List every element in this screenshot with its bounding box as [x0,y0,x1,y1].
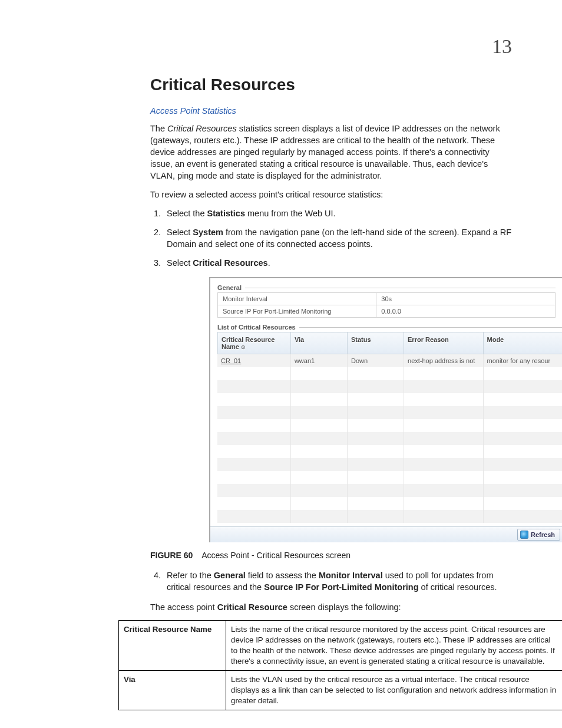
kv-key: Monitor Interval [218,293,376,305]
list-legend: List of Critical Resources [217,324,296,331]
grid-header: Critical ResourceName ⊙ViaStatusError Re… [217,332,562,354]
page-number: 13 [50,35,512,58]
critical-resources-screen: General Monitor Interval30sSource IP For… [209,277,562,542]
step-item: Select the Statistics menu from the Web … [163,207,512,219]
column-header[interactable]: Critical ResourceName ⊙ [217,332,291,354]
lead-in: To review a selected access point's crit… [150,189,512,200]
refresh-label: Refresh [531,531,555,538]
step-4: Refer to the General field to assess the… [163,569,512,593]
field-row: Critical Resource NameLists the name of … [119,621,563,671]
cr-name-cell[interactable]: CR_01 [217,354,291,367]
table-row: CR_01wwan1Downnext-hop address is notmon… [217,354,562,367]
table-row-empty [217,471,562,484]
table-row-empty [217,406,562,419]
field-label: Via [119,670,226,710]
general-kv-table: Monitor Interval30sSource IP For Port-Li… [217,292,556,318]
rule-line [245,288,556,288]
kv-row: Source IP For Port-Limited Monitoring0.0… [218,305,556,318]
sort-icon: ⊙ [241,344,246,350]
field-row: ViaLists the VLAN used by the critical r… [119,670,563,710]
table-row-empty [217,380,562,393]
intro-paragraph: The Critical Resources statistics screen… [150,123,512,182]
table-row-empty [217,445,562,458]
grid-body: CR_01wwan1Downnext-hop address is notmon… [217,354,562,523]
table-row-empty [217,432,562,445]
steps-list: Select the Statistics menu from the Web … [150,207,512,269]
field-desc: Lists the name of the critical resource … [226,621,563,671]
status-cell: Down [348,354,404,367]
page-title: Critical Resources [150,75,512,94]
figure-caption: FIGURE 60 Access Point - Critical Resour… [150,551,512,560]
kv-value: 30s [376,293,556,305]
field-description-table: Critical Resource NameLists the name of … [118,620,562,710]
column-header[interactable]: Error Reason [404,332,483,354]
step-item: Select Critical Resources. [163,257,512,269]
column-header[interactable]: Via [291,332,348,354]
field-label: Critical Resource Name [119,621,226,671]
table-row-empty [217,484,562,497]
general-legend: General [217,284,242,291]
mode-cell: monitor for any resour [484,354,563,367]
via-cell: wwan1 [291,354,348,367]
refresh-button[interactable]: Refresh [517,529,560,541]
kv-value: 0.0.0.0 [376,305,556,318]
refresh-icon [520,531,528,539]
rule-line [299,327,562,328]
column-header[interactable]: Status [348,332,404,354]
breadcrumb-link[interactable]: Access Point Statistics [150,105,512,117]
table-row-empty [217,419,562,432]
field-desc: Lists the VLAN used by the critical reso… [226,670,563,710]
step-item: Select System from the navigation pane (… [163,226,512,250]
table-row-empty [217,497,562,510]
error-cell: next-hop address is not [404,354,483,367]
table-row-empty [217,458,562,471]
after-steps: The access point Critical Resource scree… [150,601,512,613]
column-header[interactable]: Mode [484,332,563,354]
table-row-empty [217,510,562,523]
kv-key: Source IP For Port-Limited Monitoring [218,305,376,318]
table-row-empty [217,367,562,380]
table-row-empty [217,393,562,406]
kv-row: Monitor Interval30s [218,293,556,305]
